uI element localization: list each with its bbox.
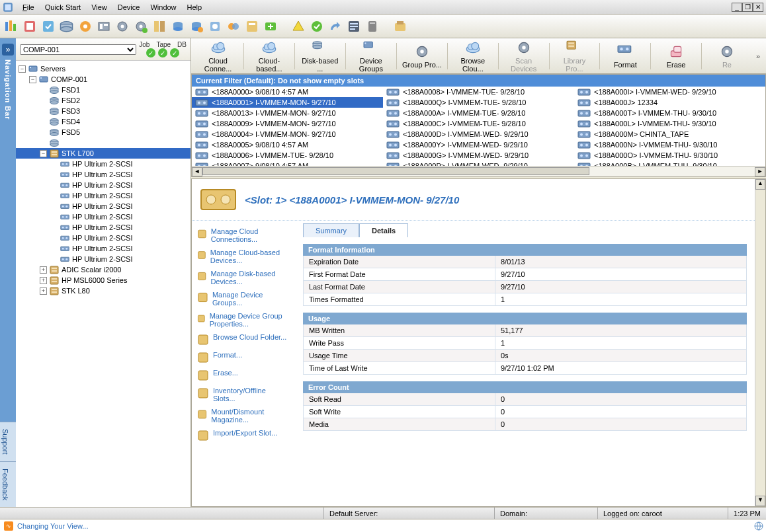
tree-server[interactable]: −COMP-001 xyxy=(16,74,191,85)
slot-item[interactable]: <188A000L> I-VMMEM-THU- 9/30/10 xyxy=(574,118,765,129)
support-tab[interactable]: Support xyxy=(0,422,16,461)
tree-device-blank[interactable] xyxy=(16,137,191,148)
tree-drive[interactable]: HP Ultrium 2-SCSI xyxy=(16,211,191,222)
toolbar-icon[interactable] xyxy=(245,19,259,34)
slot-item[interactable]: <188A000C> I-VMMEM-TUE- 9/28/10 xyxy=(383,118,574,129)
expander-icon[interactable]: − xyxy=(40,150,47,157)
device-toolbar-button[interactable]: Cloud-based... xyxy=(245,38,293,74)
action-link[interactable]: Manage Cloud-based Devices... xyxy=(192,246,295,267)
restore-button[interactable]: ❐ xyxy=(742,3,753,12)
toolbar-overflow-icon[interactable]: » xyxy=(751,52,765,60)
action-link[interactable]: Erase... xyxy=(192,366,295,384)
tree-library-selected[interactable]: −STK L700 xyxy=(16,148,191,159)
toolbar-icon[interactable] xyxy=(263,19,278,34)
action-link[interactable]: Import/Export Slot... xyxy=(192,426,295,444)
tree-fsd[interactable]: FSD3 xyxy=(16,106,191,116)
device-toolbar-button[interactable]: Group Pro... xyxy=(398,42,446,70)
expander-icon[interactable]: + xyxy=(40,277,47,284)
toolbar-icon[interactable] xyxy=(134,19,148,34)
slot-item[interactable]: <188A000Q> I-VMMEM-TUE- 9/28/10 xyxy=(383,97,574,108)
action-link[interactable]: Inventory/Offline Slots... xyxy=(192,384,295,405)
expander-icon[interactable]: − xyxy=(29,76,36,83)
toolbar-icon[interactable] xyxy=(347,19,361,34)
tree-drive[interactable]: HP Ultrium 2-SCSI xyxy=(16,201,191,211)
slot-item[interactable]: <188A0009> I-VMMEM-MON- 9/27/10 xyxy=(192,118,383,129)
device-toolbar-button[interactable]: Disk-based ... xyxy=(296,38,344,74)
expander-icon[interactable]: + xyxy=(40,266,47,274)
slot-item[interactable]: <188A000T> I-VMMEM-THU- 9/30/10 xyxy=(574,108,765,118)
slot-item[interactable]: <188A000N> I-VMMEM-THU- 9/30/10 xyxy=(574,139,765,150)
slot-item[interactable]: <188A000B> I-VMMEM-THU- 9/30/10 xyxy=(574,161,765,166)
tree-drive[interactable]: HP Ultrium 2-SCSI xyxy=(16,233,191,243)
tree-drive[interactable]: HP Ultrium 2-SCSI xyxy=(16,190,191,201)
tree-drive[interactable]: HP Ultrium 2-SCSI xyxy=(16,180,191,190)
tree-root[interactable]: −Servers xyxy=(16,63,191,74)
scroll-thumb[interactable] xyxy=(202,167,589,175)
toolbar-icon[interactable] xyxy=(291,19,306,34)
tree-fsd[interactable]: FSD2 xyxy=(16,95,191,106)
slot-item[interactable]: <188A000D> I-VMMEM-WED- 9/29/10 xyxy=(383,129,574,139)
tree-drive[interactable]: HP Ultrium 2-SCSI xyxy=(16,159,191,169)
slot-item[interactable]: <188A000A> I-VMMEM-TUE- 9/28/10 xyxy=(383,108,574,118)
scroll-down-icon[interactable]: ▼ xyxy=(755,496,765,506)
action-link[interactable]: Manage Cloud Connections... xyxy=(192,225,295,246)
toolbar-icon[interactable] xyxy=(22,19,37,34)
slot-item[interactable]: <188A0000> 9/08/10 4:57 AM xyxy=(192,87,383,97)
tree-drive[interactable]: HP Ultrium 2-SCSI xyxy=(16,169,191,180)
device-tree[interactable]: −Servers −COMP-001 FSD1FSD2FSD3FSD4FSD5 … xyxy=(16,61,191,507)
device-toolbar-button[interactable]: Erase xyxy=(652,42,700,70)
rss-icon[interactable]: ∿ xyxy=(4,521,13,531)
scroll-right-icon[interactable]: ► xyxy=(755,167,765,176)
slot-item[interactable]: <188A0006> I-VMMEM-TUE- 9/28/10 xyxy=(192,150,383,161)
slot-item[interactable]: <188A000I> I-VMMEM-WED- 9/29/10 xyxy=(574,87,765,97)
action-link[interactable]: Mount/Dismount Magazine... xyxy=(192,405,295,426)
menu-view[interactable]: View xyxy=(86,2,112,13)
action-link[interactable]: Format... xyxy=(192,348,295,366)
toolbar-icon[interactable] xyxy=(97,19,111,34)
scroll-up-icon[interactable]: ▲ xyxy=(755,179,765,190)
slot-item[interactable]: <188A000Y> I-VMMEM-WED- 9/29/10 xyxy=(383,139,574,150)
toolbar-icon[interactable] xyxy=(189,19,204,34)
menu-file[interactable]: File xyxy=(17,2,40,13)
toolbar-icon[interactable] xyxy=(171,19,185,34)
menu-help[interactable]: Help xyxy=(182,2,208,13)
expander-icon[interactable]: − xyxy=(19,65,26,73)
tree-library[interactable]: +HP MSL6000 Series xyxy=(16,275,191,285)
slot-scrollbar[interactable]: ◄ ► xyxy=(192,166,765,176)
server-select[interactable]: COMP-001 xyxy=(20,44,136,55)
expander-icon[interactable]: + xyxy=(40,287,47,295)
tab-details[interactable]: Details xyxy=(359,223,408,237)
scroll-left-icon[interactable]: ◄ xyxy=(192,167,202,176)
toolbar-icon[interactable] xyxy=(152,19,167,34)
globe-icon[interactable] xyxy=(754,521,763,531)
toolbar-icon[interactable] xyxy=(226,19,241,34)
device-toolbar-button[interactable]: Browse Clou... xyxy=(449,38,497,74)
toolbar-icon[interactable] xyxy=(78,19,93,34)
slot-item[interactable]: <188A000J> 12334 xyxy=(574,97,765,108)
toolbar-icon[interactable] xyxy=(41,19,56,34)
tree-drive[interactable]: HP Ultrium 2-SCSI xyxy=(16,222,191,233)
tree-library[interactable]: +STK L80 xyxy=(16,285,191,296)
slot-item[interactable]: <188A0004> I-VMMEM-MON- 9/27/10 xyxy=(192,129,383,139)
detail-scrollbar[interactable]: ▲ ▼ xyxy=(755,179,765,506)
toolbar-icon[interactable] xyxy=(208,19,222,34)
tree-drive[interactable]: HP Ultrium 2-SCSI xyxy=(16,243,191,254)
tree-fsd[interactable]: FSD5 xyxy=(16,127,191,137)
slot-item[interactable]: <188A000P> I-VMMEM-WED- 9/29/10 xyxy=(383,161,574,166)
slot-item[interactable]: <188A0001> I-VMMEM-MON- 9/27/10 xyxy=(192,97,383,108)
device-toolbar-button[interactable]: Cloud Conne... xyxy=(194,38,242,74)
slot-item[interactable]: <188A000G> I-VMMEM-WED- 9/29/10 xyxy=(383,150,574,161)
feedback-tab[interactable]: Feedback xyxy=(0,461,16,507)
tree-fsd[interactable]: FSD1 xyxy=(16,85,191,95)
toolbar-icon[interactable] xyxy=(365,19,380,34)
tab-summary[interactable]: Summary xyxy=(303,223,359,237)
toolbar-icon[interactable] xyxy=(60,19,74,34)
tree-fsd[interactable]: FSD4 xyxy=(16,116,191,127)
news-link[interactable]: Changing Your View... xyxy=(17,522,88,530)
slot-item[interactable]: <188A0005> 9/08/10 4:57 AM xyxy=(192,139,383,150)
slot-item[interactable]: <188A0007> 9/08/10 4:57 AM xyxy=(192,161,383,166)
action-link[interactable]: Manage Device Group Properties... xyxy=(192,309,295,330)
toolbar-icon[interactable] xyxy=(328,19,343,34)
slot-item[interactable]: <188A000M> CHINTA_TAPE xyxy=(574,129,765,139)
slot-item[interactable]: <188A0008> I-VMMEM-TUE- 9/28/10 xyxy=(383,87,574,97)
